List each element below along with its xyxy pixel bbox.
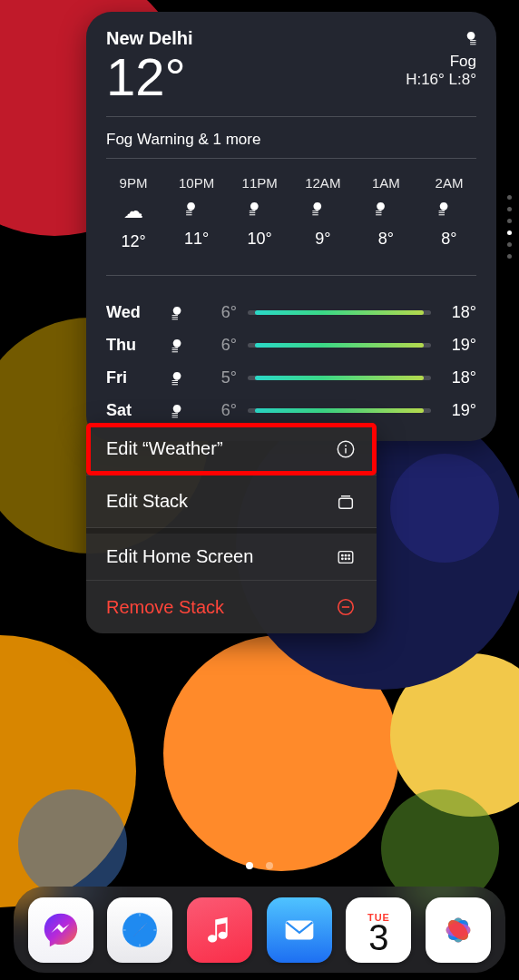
hourly-item: 9PM12° [106,175,161,251]
weather-alert: Fog Warning & 1 more [106,126,476,158]
temp-range-bar [248,310,431,315]
widget-stack-pager[interactable] [507,195,512,259]
hour-label: 1AM [372,175,400,191]
hour-temp: 8° [378,230,394,249]
hour-label: 2AM [436,175,464,191]
app-photos[interactable] [426,897,491,963]
hour-temp: 10° [248,230,272,249]
app-messenger[interactable] [28,897,93,963]
menu-edit-weather[interactable]: Edit “Weather” [86,423,377,475]
svg-point-4 [342,554,343,555]
app-safari[interactable] [107,897,172,963]
calendar-day: 3 [368,921,388,954]
svg-point-6 [348,554,349,555]
day-high: 18° [442,368,476,387]
hourly-item: 10PM11° [170,175,224,251]
menu-item-label: Edit Stack [106,491,188,512]
hourly-item: 11PM10° [232,175,287,251]
cloud-icon [123,200,143,223]
temp-range-bar [248,408,431,413]
day-low: 6° [210,336,237,355]
hour-label: 12AM [305,175,340,191]
remove-icon [335,596,357,618]
dock: TUE 3 [14,887,505,973]
menu-item-label: Remove Stack [106,597,224,618]
svg-point-5 [345,554,346,555]
hourly-item: 12AM9° [296,175,350,251]
fog-icon [166,369,199,387]
menu-remove-stack[interactable]: Remove Stack [86,581,377,633]
hour-label: 9PM [120,175,148,191]
hourly-forecast: 9PM12°10PM11°11PM10°12AM9°1AM8°2AM8° [106,168,476,262]
svg-rect-2 [339,498,353,508]
daily-row: Sat6°19° [106,394,476,426]
svg-point-8 [345,558,346,559]
weather-condition: Fog [406,53,476,71]
day-low: 5° [210,368,237,387]
weather-location: New Delhi [106,28,193,49]
hour-temp: 8° [441,230,456,249]
fog-icon [166,337,199,354]
menu-edit-stack[interactable]: Edit Stack [86,475,377,528]
day-label: Sat [106,401,155,420]
svg-rect-19 [285,920,313,939]
fog-icon [438,200,460,220]
daily-row: Fri5°18° [106,361,476,394]
stack-icon [335,491,357,513]
weather-high-low: H:16° L:8° [406,71,476,89]
fog-icon [249,200,270,220]
hour-label: 11PM [242,175,278,191]
day-low: 6° [210,401,237,420]
menu-item-label: Edit “Weather” [106,438,223,459]
day-high: 19° [442,336,476,355]
day-high: 19° [442,401,476,420]
svg-point-1 [345,445,347,446]
home-pager[interactable] [0,862,519,869]
day-low: 6° [210,303,237,322]
day-label: Wed [106,303,155,322]
day-high: 18° [442,303,476,322]
app-calendar[interactable]: TUE 3 [346,897,411,963]
menu-item-label: Edit Home Screen [106,546,253,567]
fog-icon [406,28,476,52]
fog-icon [166,304,199,321]
hour-label: 10PM [179,175,214,191]
hourly-item: 2AM8° [422,175,476,251]
temp-range-bar [248,376,431,380]
daily-row: Wed6°18° [106,296,476,328]
daily-forecast: Wed6°18°Thu6°19°Fri5°18°Sat6°19° [106,285,476,426]
weather-current-temp: 12° [106,51,193,103]
app-mail[interactable] [267,897,332,963]
hour-temp: 11° [184,230,209,249]
info-icon [335,438,357,460]
svg-point-7 [342,558,343,559]
daily-row: Thu6°19° [106,328,476,361]
apps-grid-icon [335,546,357,568]
day-label: Fri [106,368,155,387]
fog-icon [166,402,199,419]
hour-temp: 12° [121,232,145,251]
fog-icon [312,200,334,220]
app-music[interactable] [187,897,252,963]
temp-range-bar [248,343,431,348]
menu-edit-home-screen[interactable]: Edit Home Screen [86,528,377,581]
hourly-item: 1AM8° [358,175,413,251]
svg-rect-3 [338,551,353,563]
widget-context-menu: Edit “Weather” Edit Stack Edit Home Scre… [86,423,377,633]
hour-temp: 9° [315,230,330,249]
fog-icon [186,200,208,220]
day-label: Thu [106,336,155,355]
fog-icon [375,200,397,220]
weather-widget[interactable]: New Delhi 12° Fog H:16° L:8° Fog Warning… [86,12,496,441]
svg-point-9 [348,558,349,559]
